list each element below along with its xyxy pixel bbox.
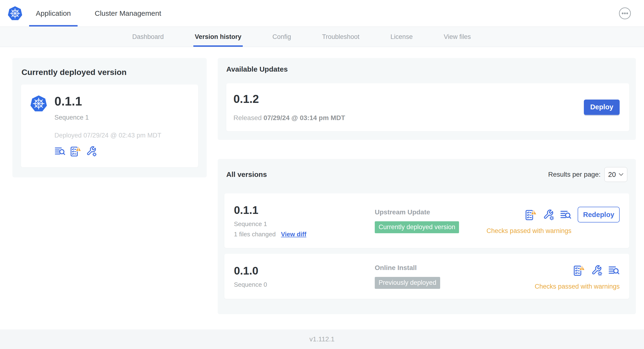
- version-action-icons: [573, 265, 620, 276]
- deployed-action-icons: [54, 146, 161, 157]
- version-source-label: Online Install: [375, 264, 535, 272]
- subnav-troubleshoot[interactable]: Troubleshoot: [322, 27, 360, 47]
- deployed-timestamp: Deployed 07/29/24 @ 02:43 pm MDT: [54, 132, 161, 139]
- released-timestamp: 07/29/24 @ 03:14 pm MDT: [264, 114, 345, 122]
- wrench-gear-icon: [86, 146, 97, 157]
- preflight-checks-button[interactable]: [573, 265, 585, 276]
- results-per-page-value: 20: [608, 171, 616, 178]
- version-icons-column: Checks passed with warnings: [486, 207, 572, 235]
- all-versions-title: All versions: [226, 170, 267, 178]
- currently-deployed-version-card: 0.1.1 Sequence 1 Deployed 07/29/24 @ 02:…: [21, 84, 198, 167]
- currently-deployed-badge: Currently deployed version: [375, 221, 459, 233]
- available-updates-title: Available Updates: [226, 65, 629, 73]
- version-icons-column: Checks passed with warnings: [535, 262, 620, 290]
- view-logs-button[interactable]: [54, 146, 66, 157]
- version-actions-column: Checks passed with warnings Redeploy: [486, 207, 620, 235]
- lines-magnifier-icon: [608, 265, 620, 276]
- subnav-view-files[interactable]: View files: [444, 27, 471, 47]
- version-source-column: Online Install Previously deployed: [375, 264, 535, 289]
- edit-config-button[interactable]: [86, 146, 97, 157]
- subnav-dashboard[interactable]: Dashboard: [132, 27, 164, 47]
- results-per-page-label: Results per page:: [548, 171, 600, 178]
- checklist-warning-icon: [573, 265, 585, 276]
- console-version: v1.112.1: [309, 336, 334, 343]
- right-column: Available Updates 0.1.2 Released 07/29/2…: [218, 58, 636, 314]
- preflight-status-link[interactable]: Checks passed with warnings: [535, 283, 620, 290]
- admin-console-page: Application Cluster Management Dashboard…: [0, 0, 644, 349]
- deployed-version-info: 0.1.1 Sequence 1 Deployed 07/29/24 @ 02:…: [54, 94, 161, 157]
- checklist-warning-icon: [525, 209, 537, 220]
- edit-config-button[interactable]: [591, 265, 602, 276]
- available-update-row: 0.1.2 Released 07/29/24 @ 03:14 pm MDT D…: [226, 83, 629, 131]
- row-sequence: Sequence 0: [234, 281, 375, 288]
- page-footer: v1.112.1: [0, 330, 644, 349]
- version-source-label: Upstream Update: [375, 208, 486, 216]
- released-prefix: Released: [234, 114, 262, 122]
- version-row-0-1-0: 0.1.0 Sequence 0 Online Install Previous…: [224, 254, 629, 299]
- row-version-number: 0.1.0: [234, 264, 375, 277]
- subnav-config[interactable]: Config: [272, 27, 291, 47]
- top-tabs: Application Cluster Management: [29, 0, 168, 26]
- version-actions-column: Checks passed with warnings: [535, 262, 620, 290]
- lines-magnifier-icon: [54, 146, 66, 157]
- available-update-info: 0.1.2 Released 07/29/24 @ 03:14 pm MDT: [234, 92, 345, 122]
- results-per-page: Results per page: 20: [548, 167, 627, 182]
- previously-deployed-badge: Previously deployed: [375, 277, 440, 289]
- chevron-down-icon: [619, 173, 624, 176]
- kubernetes-wheel-icon: [7, 6, 23, 21]
- subnav-license[interactable]: License: [390, 27, 413, 47]
- tab-application[interactable]: Application: [29, 0, 78, 26]
- preflight-status-link[interactable]: Checks passed with warnings: [486, 227, 572, 235]
- files-changed-line: 1 files changed View diff: [234, 230, 375, 238]
- wrench-gear-icon: [591, 265, 602, 276]
- app-sub-nav: Dashboard Version history Config Trouble…: [0, 27, 644, 47]
- row-sequence: Sequence 1: [234, 220, 375, 228]
- lines-magnifier-icon: [560, 209, 572, 220]
- edit-config-button[interactable]: [543, 209, 554, 220]
- top-nav-bar: Application Cluster Management: [0, 0, 644, 27]
- version-info-column: 0.1.0 Sequence 0: [234, 264, 375, 288]
- main-content: Currently deployed version 0.1.1 Sequen: [0, 47, 644, 314]
- redeploy-button[interactable]: Redeploy: [578, 207, 620, 222]
- ellipsis-circle-icon: [619, 7, 631, 20]
- version-row-0-1-1: 0.1.1 Sequence 1 1 files changed View di…: [224, 193, 629, 248]
- update-released-line: Released 07/29/24 @ 03:14 pm MDT: [234, 114, 345, 122]
- deployed-version-number: 0.1.1: [54, 94, 161, 108]
- all-versions-header: All versions Results per page: 20: [224, 166, 629, 182]
- kubernetes-logo: [6, 6, 24, 21]
- view-logs-button[interactable]: [560, 209, 572, 220]
- view-logs-button[interactable]: [608, 265, 620, 276]
- deployed-sequence: Sequence 1: [54, 114, 161, 121]
- row-version-number: 0.1.1: [234, 204, 375, 216]
- view-diff-link[interactable]: View diff: [281, 230, 306, 238]
- available-updates-card: Available Updates 0.1.2 Released 07/29/2…: [218, 58, 636, 140]
- wrench-gear-icon: [543, 209, 554, 220]
- preflight-checks-button[interactable]: [70, 146, 82, 157]
- tab-cluster-management[interactable]: Cluster Management: [88, 0, 168, 26]
- update-version-number: 0.1.2: [234, 92, 345, 106]
- currently-deployed-title: Currently deployed version: [22, 68, 198, 77]
- version-action-icons: [525, 209, 572, 220]
- checklist-warning-icon: [70, 146, 82, 157]
- more-options-button[interactable]: [619, 7, 631, 20]
- files-changed-text: 1 files changed: [234, 230, 276, 238]
- results-per-page-select[interactable]: 20: [604, 167, 627, 182]
- all-versions-card: All versions Results per page: 20: [218, 159, 636, 314]
- kubernetes-app-icon: [30, 94, 48, 113]
- version-info-column: 0.1.1 Sequence 1 1 files changed View di…: [234, 204, 375, 238]
- deploy-button[interactable]: Deploy: [584, 100, 620, 115]
- subnav-version-history[interactable]: Version history: [195, 27, 241, 47]
- currently-deployed-card: Currently deployed version 0.1.1 Sequen: [12, 58, 207, 177]
- version-source-column: Upstream Update Currently deployed versi…: [375, 208, 486, 233]
- preflight-checks-button[interactable]: [525, 209, 537, 220]
